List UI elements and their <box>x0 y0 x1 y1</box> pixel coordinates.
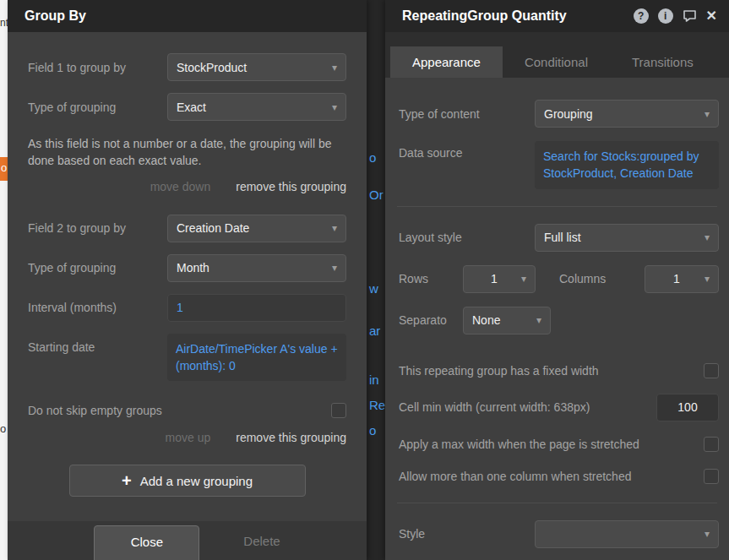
property-editor-header: RepeatingGroup Quantity <box>385 0 729 32</box>
group-by-body: Field 1 to group by StockProduct Type of… <box>8 32 367 497</box>
cell-min-width-row: Cell min width (current width: 638px) 10… <box>385 387 729 428</box>
field2-row: Field 2 to group by Creation Date <box>8 209 367 248</box>
separator-row: Separato None <box>385 300 729 341</box>
type1-label: Type of grouping <box>28 101 167 114</box>
columns-label: Columns <box>559 272 606 285</box>
cell-min-width-label: Cell min width (current width: 638px) <box>399 400 656 414</box>
interval-label: Interval (months) <box>28 301 167 314</box>
layout-style-dropdown[interactable]: Full list <box>535 224 719 252</box>
background-text-fragment: o <box>369 423 376 438</box>
field2-label: Field 2 to group by <box>28 221 167 235</box>
delete-button[interactable]: Delete <box>243 521 280 548</box>
tab-appearance[interactable]: Appearance <box>390 46 503 78</box>
background-text-fragment: o <box>1 161 7 174</box>
group-by-header: Group By <box>8 0 367 32</box>
background-text-fragment: o <box>369 150 376 165</box>
skip-empty-checkbox[interactable] <box>331 403 346 418</box>
property-editor: RepeatingGroup Quantity Appearance Condi… <box>385 0 729 560</box>
type2-value: Month <box>177 261 327 275</box>
interval-row: Interval (months) 1 <box>8 288 367 328</box>
one-column-row: Allow more than one column when stretche… <box>385 460 729 492</box>
layout-style-value: Full list <box>544 231 699 244</box>
cell-min-width-value: 100 <box>677 400 697 414</box>
columns-value: 1 <box>654 272 699 285</box>
type2-row: Type of grouping Month <box>8 248 367 288</box>
tab-transitions[interactable]: Transitions <box>610 46 715 78</box>
style-label: Style <box>399 527 535 541</box>
max-width-row: Apply a max width when the page is stret… <box>385 428 729 460</box>
one-column-checkbox[interactable] <box>704 469 719 484</box>
move-up-link[interactable]: move up <box>166 431 211 444</box>
rows-dropdown[interactable]: 1 <box>463 265 536 293</box>
one-column-label: Allow more than one column when stretche… <box>399 470 704 483</box>
help-icon[interactable] <box>634 8 649 24</box>
plus-icon <box>122 472 132 489</box>
group-by-dialog: Group By Field 1 to group by StockProduc… <box>8 0 367 560</box>
background-page-left-strip: nt o o <box>0 0 8 560</box>
dialog-title: Group By <box>24 8 355 24</box>
type1-row: Type of grouping Exact <box>8 87 367 127</box>
close-icon[interactable] <box>706 9 717 23</box>
data-source-row: Data source Search for Stocks:grouped by… <box>385 134 729 196</box>
field1-label: Field 1 to group by <box>28 61 167 74</box>
tab-conditional[interactable]: Conditional <box>503 46 610 78</box>
interval-value: 1 <box>177 301 183 314</box>
background-text-fragment: w <box>369 281 378 296</box>
starting-date-expression[interactable]: AirDate/TimePicker A's value +(months): … <box>167 334 346 382</box>
max-width-checkbox[interactable] <box>704 437 719 452</box>
appearance-tab-body: Type of content Grouping Data source Sea… <box>385 78 729 555</box>
columns-dropdown[interactable]: 1 <box>645 265 719 293</box>
rows-columns-row: Rows 1 Columns 1 <box>385 258 729 300</box>
field2-value: Creation Date <box>177 221 327 235</box>
data-source-label: Data source <box>399 141 535 160</box>
background-page-gap-strip: o Or w ar in Re o <box>367 0 385 560</box>
tab-bar: Appearance Conditional Transitions <box>385 32 729 78</box>
field1-dropdown[interactable]: StockProduct <box>167 53 346 81</box>
field2-dropdown[interactable]: Creation Date <box>167 215 346 242</box>
starting-date-row: Starting date AirDate/TimePicker A's val… <box>8 328 367 388</box>
header-icons <box>634 8 717 24</box>
section-divider <box>397 206 717 207</box>
skip-empty-label: Do not skip empty groups <box>28 404 331 417</box>
remove-grouping2-link[interactable]: remove this grouping <box>236 431 346 444</box>
grouping2-actions: move up remove this grouping <box>8 424 367 449</box>
type-of-content-dropdown[interactable]: Grouping <box>535 100 719 128</box>
background-text-fragment: Re <box>369 398 385 412</box>
info-icon[interactable] <box>658 8 673 24</box>
type1-dropdown[interactable]: Exact <box>167 93 346 121</box>
fixed-width-label: This repeating group has a fixed width <box>399 364 704 378</box>
comment-icon[interactable] <box>683 9 697 23</box>
max-width-label: Apply a max width when the page is stret… <box>399 438 704 451</box>
remove-grouping1-link[interactable]: remove this grouping <box>236 180 346 193</box>
interval-input[interactable]: 1 <box>167 294 346 322</box>
element-title: RepeatingGroup Quantity <box>402 8 634 24</box>
layout-style-label: Layout style <box>399 231 535 244</box>
background-text-fragment: Or <box>369 188 384 202</box>
fixed-width-row: This repeating group has a fixed width <box>385 355 729 387</box>
type2-dropdown[interactable]: Month <box>167 254 346 282</box>
cell-min-width-input[interactable]: 100 <box>656 394 719 421</box>
skip-empty-row: Do not skip empty groups <box>8 397 367 424</box>
background-text-fragment: in <box>369 372 379 387</box>
type1-value: Exact <box>177 101 327 114</box>
rows-value: 1 <box>472 272 516 285</box>
separator-label: Separato <box>399 313 463 327</box>
fixed-width-checkbox[interactable] <box>704 363 719 378</box>
style-row: Style <box>385 514 729 555</box>
close-button[interactable]: Close <box>94 525 199 560</box>
separator-dropdown[interactable]: None <box>463 307 551 334</box>
add-grouping-button[interactable]: Add a new grouping <box>69 465 306 497</box>
add-grouping-label: Add a new grouping <box>140 474 253 488</box>
group-by-footer: Close Delete <box>8 521 367 560</box>
field1-row: Field 1 to group by StockProduct <box>8 47 367 87</box>
separator-value: None <box>472 313 531 327</box>
style-dropdown[interactable] <box>535 520 719 548</box>
type-of-content-value: Grouping <box>544 107 699 121</box>
move-down-link: move down <box>150 180 211 193</box>
rows-label: Rows <box>399 272 463 285</box>
background-text-fragment: nt <box>0 17 8 29</box>
starting-date-label: Starting date <box>28 334 167 354</box>
background-text-fragment: ar <box>369 323 380 338</box>
grouping-note: As this field is not a number or a date,… <box>8 127 367 173</box>
data-source-expression[interactable]: Search for Stocks:grouped by StockProduc… <box>535 141 719 189</box>
